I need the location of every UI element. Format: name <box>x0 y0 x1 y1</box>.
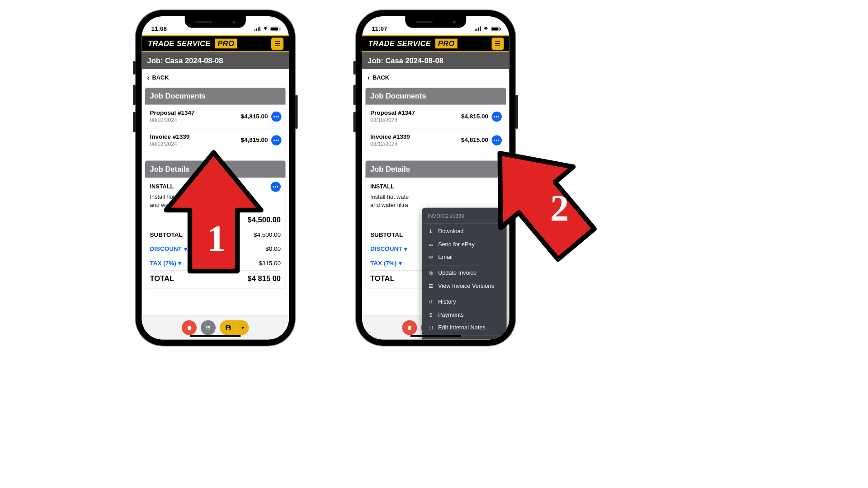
menu-item-delete[interactable]: 🗑Delete <box>422 337 507 339</box>
caret-down-icon: ▾ <box>404 245 407 253</box>
mute-switch <box>133 61 136 75</box>
doc-date: 08/10/2024 <box>150 117 241 124</box>
brand-logo: TRADE SERVICE PRO <box>368 39 458 48</box>
section-header-documents: Job Documents <box>145 88 286 105</box>
more-actions-button[interactable]: ••• <box>271 111 282 122</box>
note-icon: ☐ <box>428 325 434 331</box>
menu-separator <box>422 294 507 294</box>
volume-up <box>354 85 356 105</box>
wifi-icon <box>263 26 269 32</box>
list-icon <box>206 325 211 330</box>
status-time: 11:07 <box>372 25 387 33</box>
history-icon: ↺ <box>428 299 434 305</box>
subtotal-label: SUBTOTAL <box>370 231 403 239</box>
doc-amount: $4,815.00 <box>241 136 268 144</box>
doc-amount: $4,815.00 <box>461 113 488 120</box>
phone-notch <box>405 16 466 28</box>
card-icon: ▭ <box>428 241 434 248</box>
volume-down <box>354 112 356 132</box>
app-header: TRADE SERVICE PRO ☰ <box>142 35 289 52</box>
doc-title: Proposal #1347 <box>370 109 461 117</box>
trash-icon <box>187 325 192 330</box>
save-button[interactable] <box>220 320 237 335</box>
caret-down-icon: ▾ <box>241 324 244 331</box>
volume-up <box>133 85 136 105</box>
mail-icon: ✉ <box>428 254 434 261</box>
doc-title: Invoice #1339 <box>370 133 461 141</box>
menu-item-payments[interactable]: $Payments <box>422 309 507 322</box>
home-indicator <box>410 335 462 337</box>
annotation-arrow-1: 1 <box>160 149 268 279</box>
battery-icon <box>271 27 280 31</box>
trash-icon <box>407 325 412 330</box>
svg-text:2: 2 <box>550 187 569 229</box>
doc-date: 08/12/2024 <box>370 141 461 147</box>
app-header: TRADE SERVICE PRO ☰ <box>362 35 509 52</box>
mute-switch <box>354 61 356 75</box>
list-icon: ☰ <box>428 283 434 289</box>
back-button[interactable]: ‹ BACK <box>362 69 509 86</box>
doc-date: 08/10/2024 <box>370 117 461 124</box>
menu-item-view-versions[interactable]: ☰View Invoice Versions <box>422 280 507 293</box>
copy-icon: ⧉ <box>428 270 434 277</box>
delete-button[interactable] <box>182 320 197 335</box>
download-icon: ⬇ <box>428 229 434 235</box>
volume-down <box>133 112 136 132</box>
job-title-bar: Job: Casa 2024-08-08 <box>142 52 289 70</box>
annotation-arrow-2: 2 <box>478 136 600 266</box>
hamburger-menu-button[interactable]: ☰ <box>271 38 283 50</box>
section-header-documents: Job Documents <box>366 88 506 105</box>
home-indicator <box>190 335 241 337</box>
total-label: TOTAL <box>370 274 394 283</box>
chevron-left-icon: ‹ <box>147 74 150 82</box>
doc-date: 08/12/2024 <box>150 141 241 147</box>
dollar-icon: $ <box>428 312 434 318</box>
back-button[interactable]: ‹ BACK <box>142 69 289 86</box>
menu-item-history[interactable]: ↺History <box>422 296 507 309</box>
phone-notch <box>185 16 246 28</box>
doc-amount: $4,815.00 <box>241 113 268 120</box>
hamburger-menu-button[interactable]: ☰ <box>492 38 504 50</box>
brand-logo: TRADE SERVICE PRO <box>148 39 237 48</box>
more-actions-button[interactable]: ••• <box>271 182 281 192</box>
chevron-left-icon: ‹ <box>368 74 370 82</box>
cellular-icon <box>475 27 481 32</box>
document-row[interactable]: Invoice #1339 08/12/2024 $4,815.00 ••• <box>145 128 286 152</box>
svg-text:1: 1 <box>207 217 226 259</box>
list-button[interactable] <box>201 320 216 335</box>
job-title-bar: Job: Casa 2024-08-08 <box>362 52 509 70</box>
menu-item-edit-notes[interactable]: ☐Edit Internal Notes <box>422 321 507 334</box>
save-dropdown-button[interactable]: ▾ <box>237 320 249 335</box>
tax-button[interactable]: TAX (7%) ▾ <box>370 259 402 267</box>
delete-button[interactable] <box>402 320 417 335</box>
document-list: Proposal #1347 08/10/2024 $4,815.00 ••• … <box>145 105 286 152</box>
power-button <box>295 95 298 129</box>
status-time: 11:08 <box>151 25 167 33</box>
wifi-icon <box>483 26 489 32</box>
document-row[interactable]: Proposal #1347 08/10/2024 $4,815.00 ••• <box>366 105 506 129</box>
more-actions-button[interactable]: ••• <box>492 111 502 122</box>
doc-title: Proposal #1347 <box>150 109 241 117</box>
document-row[interactable]: Proposal #1347 08/10/2024 $4,815.00 ••• <box>145 105 286 129</box>
cellular-icon <box>255 27 261 32</box>
save-icon <box>225 324 231 331</box>
more-actions-button[interactable]: ••• <box>271 135 282 145</box>
discount-button[interactable]: DISCOUNT ▾ <box>370 245 407 253</box>
doc-title: Invoice #1339 <box>150 133 241 141</box>
menu-item-update-invoice[interactable]: ⧉Update Invoice <box>422 267 507 280</box>
battery-icon <box>491 27 500 31</box>
install-heading: INSTALL <box>370 183 394 190</box>
caret-down-icon: ▾ <box>399 259 402 267</box>
power-button <box>515 95 518 129</box>
